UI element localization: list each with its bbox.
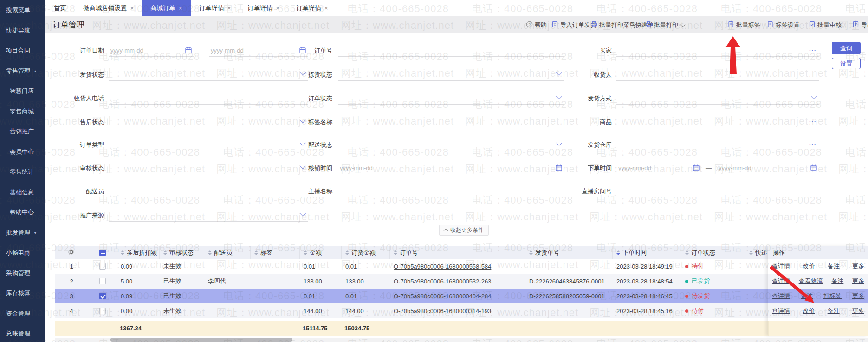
action-link[interactable]: 更多 (852, 277, 864, 285)
sidebar-item-15[interactable]: 库存核算 (0, 283, 45, 303)
search-button[interactable]: 查询 (832, 42, 861, 54)
action-link[interactable]: 查详情 (772, 292, 790, 300)
sidebar-item-1[interactable]: 搜索菜单 (0, 0, 45, 20)
column-header-order_no[interactable]: 订单号 (390, 246, 525, 259)
sidebar-item-13[interactable]: 小畅电商 (0, 243, 45, 263)
action-link[interactable]: 查看物流 (799, 277, 823, 285)
row-checkbox[interactable] (99, 263, 106, 270)
action-link[interactable]: 改价 (803, 307, 815, 315)
sidebar-item-7[interactable]: 营销推广 (0, 121, 45, 142)
filter-input[interactable] (338, 93, 564, 105)
filter-input[interactable] (338, 69, 564, 81)
column-header-audit[interactable]: 审核状态 (160, 246, 204, 259)
calendar-icon[interactable] (185, 46, 192, 56)
action-link[interactable]: 更多 (852, 307, 864, 315)
sort-icon[interactable] (616, 250, 620, 255)
column-header-deliverer[interactable]: 配送员 (204, 246, 251, 259)
column-header-courier[interactable]: 快递 (745, 246, 768, 259)
toolbar-help-button[interactable]: ?帮助 (526, 20, 547, 30)
action-link[interactable]: 备注 (828, 262, 840, 270)
sort-icon[interactable] (254, 250, 258, 255)
row-checkbox[interactable] (99, 293, 106, 299)
toolbar-batch-print-button[interactable]: 批量打印 (645, 20, 685, 30)
toolbar-tag-settings-button[interactable]: 标签设置 (767, 20, 800, 30)
order-number-link[interactable]: O-70b5a980c0006-1680000404-284 (394, 293, 491, 300)
action-link[interactable]: 查详情 (772, 262, 790, 270)
toolbar-export-button[interactable]: 导出 (852, 20, 868, 30)
action-link[interactable]: 打标签 (823, 292, 842, 300)
sort-icon[interactable] (163, 250, 167, 255)
close-icon[interactable]: × (324, 5, 328, 12)
sidebar-item-2[interactable]: 快捷导航 (0, 20, 45, 41)
sort-icon[interactable] (304, 250, 307, 255)
order-number-link[interactable]: O-70b5a980c0006-1680000314-193 (394, 308, 491, 315)
select-all-checkbox[interactable] (99, 250, 106, 256)
close-icon[interactable]: × (130, 5, 134, 12)
sort-icon[interactable] (529, 250, 533, 255)
filter-input[interactable] (616, 45, 819, 57)
sort-icon[interactable] (685, 250, 689, 255)
action-link[interactable]: 更多 (852, 262, 864, 270)
row-checkbox[interactable] (99, 308, 106, 314)
order-number-link[interactable]: O-70b5a980c0006-1680000532-263 (394, 278, 491, 285)
sidebar-item-14[interactable]: 采购管理 (0, 263, 45, 283)
calendar-icon[interactable] (810, 164, 817, 173)
sidebar-item-12[interactable]: 批发管理▼ (0, 223, 45, 243)
filter-input[interactable] (616, 69, 819, 81)
ellipsis-picker-icon[interactable]: ··· (809, 46, 816, 53)
sidebar-item-3[interactable]: 项目合同 (0, 40, 45, 61)
sidebar-item-8[interactable]: 会员中心 (0, 142, 45, 162)
filter-input[interactable] (616, 117, 819, 128)
row-checkbox[interactable] (99, 278, 106, 284)
toolbar-batch-print-cainiao-button[interactable]: 批量打印菜鸟快递单 (590, 20, 654, 30)
filter-input[interactable] (338, 117, 564, 128)
action-link[interactable]: 更多 (852, 292, 864, 300)
toolbar-batch-tag-button[interactable]: 批量标签 (727, 20, 760, 30)
tab-2[interactable]: 微商城店铺设置× (75, 0, 142, 16)
sidebar-item-4[interactable]: 零售管理▲ (0, 61, 45, 81)
action-link[interactable]: 备注 (828, 307, 840, 315)
toolbar-batch-audit-button[interactable]: 批量审核 (809, 20, 842, 30)
sidebar-item-16[interactable]: 资金管理 (0, 303, 45, 324)
sort-icon[interactable] (345, 250, 349, 255)
action-link[interactable]: 改价 (803, 262, 815, 270)
sidebar-item-5[interactable]: 智慧门店 (0, 81, 45, 101)
sort-icon[interactable] (208, 250, 212, 255)
sidebar-item-6[interactable]: 零售商城 (0, 101, 45, 122)
action-link[interactable]: 查详情 (772, 277, 790, 285)
close-icon[interactable]: × (276, 5, 279, 12)
sidebar-item-11[interactable]: 帮助中心 (0, 202, 45, 223)
column-header-tag[interactable]: 标签 (251, 246, 300, 259)
settings-button[interactable]: 设置 (832, 58, 861, 69)
column-header-time[interactable]: 下单时间 (613, 246, 681, 259)
collapse-filters-button[interactable]: 收起更多条件 (439, 225, 489, 236)
tab-1[interactable]: 首页 (45, 0, 75, 16)
filter-input[interactable] (338, 139, 564, 151)
action-link[interactable]: 备注 (801, 292, 813, 300)
calendar-icon[interactable] (693, 164, 700, 173)
ellipsis-picker-icon[interactable]: ··· (809, 141, 816, 148)
gear-icon[interactable] (68, 249, 75, 257)
filter-input[interactable] (338, 45, 564, 57)
column-header-ship_no[interactable]: 发货单号 (525, 246, 613, 259)
filter-input[interactable] (109, 210, 308, 222)
action-link[interactable]: 查详情 (772, 307, 790, 315)
sort-icon[interactable] (749, 250, 753, 255)
column-header-order_amount[interactable]: 订货金额 (342, 246, 390, 259)
tab-4[interactable]: 订单详情× (191, 0, 240, 16)
sidebar-item-17[interactable]: 总账管理 (0, 323, 45, 342)
toolbar-import-orders-button[interactable]: 导入订单发货 (551, 20, 596, 30)
horizontal-scrollbar-thumb[interactable] (110, 338, 292, 342)
filter-input[interactable] (338, 186, 564, 197)
filter-input[interactable] (616, 186, 819, 197)
order-number-link[interactable]: O-70b5a980c0006-1680000558-584 (394, 263, 491, 270)
sidebar-item-10[interactable]: 基础信息 (0, 182, 45, 203)
tab-3-active[interactable]: 商城订单× (142, 0, 191, 16)
ellipsis-picker-icon[interactable]: ··· (809, 118, 816, 125)
sort-icon[interactable] (394, 250, 397, 255)
close-icon[interactable]: × (179, 5, 182, 12)
tab-5[interactable]: 订单详情× (239, 0, 288, 16)
filter-input[interactable] (616, 93, 819, 105)
column-header-status[interactable]: 订单状态 (681, 246, 745, 259)
action-link[interactable]: 备注 (831, 277, 843, 285)
